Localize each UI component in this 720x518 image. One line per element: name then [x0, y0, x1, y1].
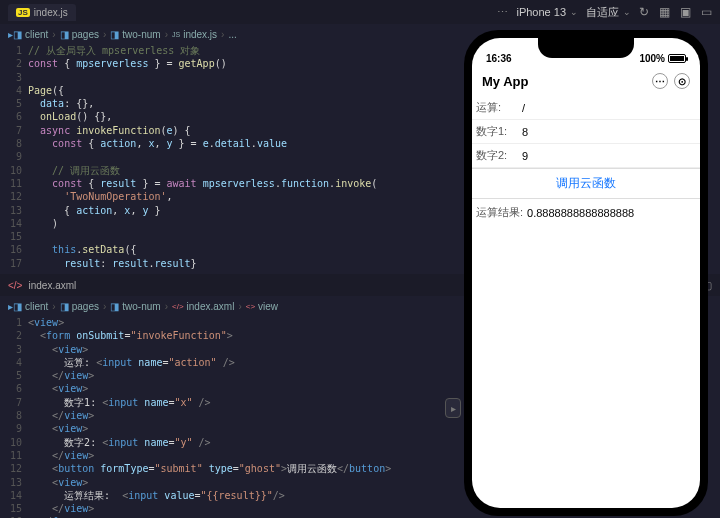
- reload-icon[interactable]: ↻: [639, 5, 649, 19]
- crumb-view[interactable]: <>view: [246, 301, 278, 312]
- result-label: 运算结果:: [476, 205, 523, 220]
- folder-icon: ◨: [60, 301, 69, 312]
- grid-icon[interactable]: ▦: [659, 5, 670, 19]
- crumb-pages[interactable]: ◨pages: [60, 301, 99, 312]
- js-file-icon: JS: [172, 31, 180, 38]
- x-label: 数字1:: [476, 124, 518, 139]
- device-selector[interactable]: iPhone 13 ⌄: [516, 6, 578, 18]
- row-operation: 运算:: [472, 96, 700, 120]
- line-gutter: 1234567891011121314151617: [0, 316, 28, 518]
- row-result: 运算结果: 0.8888888888888888: [472, 199, 700, 226]
- crumb-two-num[interactable]: ◨two-num: [110, 301, 160, 312]
- tag-icon: <>: [246, 302, 255, 311]
- top-toolbar: JS index.js ⋯ iPhone 13 ⌄ 自适应 ⌄ ↻ ▦ ▣ ▭: [0, 0, 720, 24]
- crumb-indexaxml[interactable]: </>index.axml: [172, 301, 234, 312]
- editor-tab-indexjs[interactable]: JS index.js: [8, 4, 76, 21]
- battery-pct: 100%: [639, 53, 665, 64]
- more-icon[interactable]: ⋯: [497, 6, 508, 19]
- pane-tab-title[interactable]: index.axml: [28, 280, 76, 291]
- folder-icon: ◨: [110, 29, 119, 40]
- chevron-down-icon: ⌄: [570, 7, 578, 17]
- js-file-icon: JS: [16, 8, 30, 17]
- battery-icon: [668, 54, 686, 63]
- y-input[interactable]: [518, 150, 696, 162]
- folder-icon: ▸◨: [8, 301, 22, 312]
- fit-label: 自适应: [586, 5, 619, 20]
- invoke-button[interactable]: 调用云函数: [472, 168, 700, 199]
- line-gutter: 1234567891011121314151617: [0, 44, 28, 274]
- phone-screen: 16:36 100% My App ⋯ ⊙ 运算: 数字1: 数字2: 调用云函…: [472, 38, 700, 508]
- folder-icon: ◨: [60, 29, 69, 40]
- archive-icon[interactable]: ▭: [701, 5, 712, 19]
- axml-file-icon: </>: [172, 302, 184, 311]
- close-icon[interactable]: ⊙: [674, 73, 690, 89]
- y-label: 数字2:: [476, 148, 518, 163]
- row-y: 数字2:: [472, 144, 700, 168]
- result-value: 0.8888888888888888: [527, 207, 634, 219]
- crumb-client[interactable]: ▸◨client: [8, 29, 48, 40]
- phone-notch: [538, 38, 634, 58]
- device-name: iPhone 13: [516, 6, 566, 18]
- app-title: My App: [482, 74, 528, 89]
- axml-file-icon: </>: [8, 280, 22, 291]
- op-input[interactable]: [518, 102, 696, 114]
- status-time: 16:36: [486, 53, 512, 64]
- fit-selector[interactable]: 自适应 ⌄: [586, 5, 631, 20]
- app-header: My App ⋯ ⊙: [472, 66, 700, 96]
- crumb-more[interactable]: ...: [228, 29, 236, 40]
- folder-icon: ◨: [110, 301, 119, 312]
- folder-icon: ▸◨: [8, 29, 22, 40]
- chevron-down-icon: ⌄: [623, 7, 631, 17]
- phone-frame: 16:36 100% My App ⋯ ⊙ 运算: 数字1: 数字2: 调用云函…: [464, 30, 708, 516]
- layers-icon[interactable]: ▣: [680, 5, 691, 19]
- crumb-pages[interactable]: ◨pages: [60, 29, 99, 40]
- drag-handle-icon[interactable]: ▸: [445, 398, 461, 418]
- crumb-two-num[interactable]: ◨two-num: [110, 29, 160, 40]
- x-input[interactable]: [518, 126, 696, 138]
- crumb-client[interactable]: ▸◨client: [8, 301, 48, 312]
- op-label: 运算:: [476, 100, 518, 115]
- menu-icon[interactable]: ⋯: [652, 73, 668, 89]
- tab-title: index.js: [34, 7, 68, 18]
- crumb-indexjs[interactable]: JSindex.js: [172, 29, 217, 40]
- row-x: 数字1:: [472, 120, 700, 144]
